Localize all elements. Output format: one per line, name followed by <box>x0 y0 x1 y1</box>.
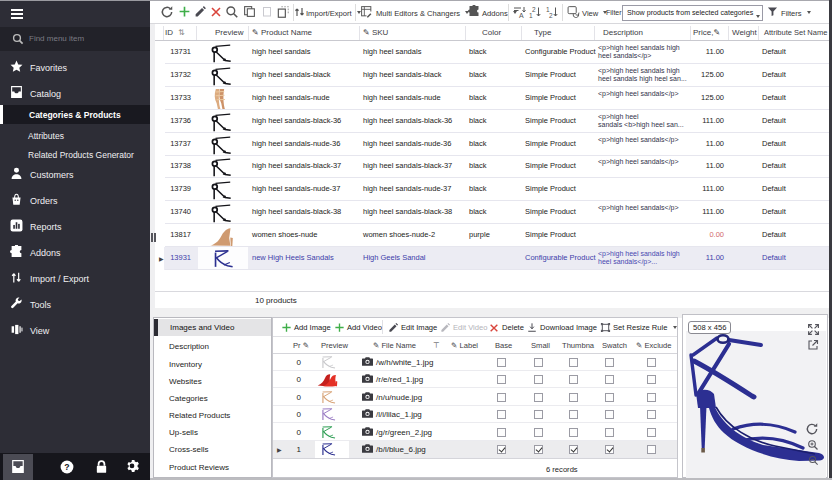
svg-text:1: 1 <box>529 12 533 19</box>
svg-text:?: ? <box>64 462 69 472</box>
svg-text:A: A <box>519 12 524 19</box>
svg-text:2: 2 <box>549 12 553 19</box>
svg-text:2: 2 <box>532 6 536 13</box>
